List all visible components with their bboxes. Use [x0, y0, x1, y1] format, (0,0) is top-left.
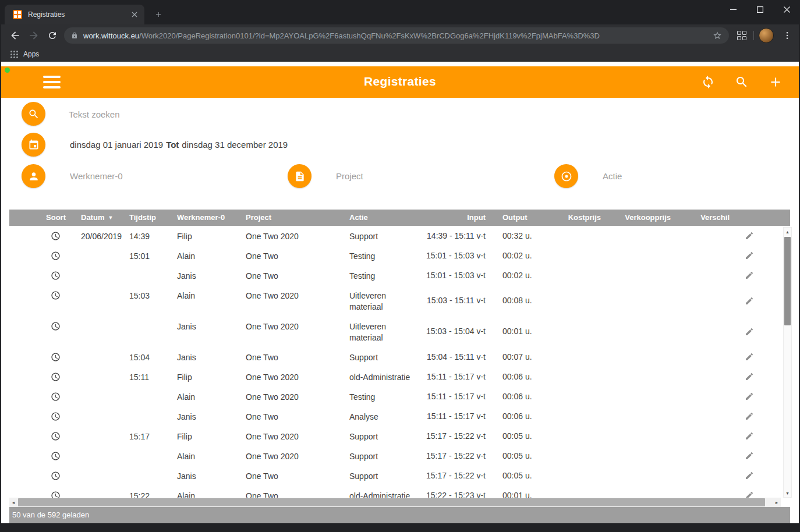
cell-project: One Two 2020: [243, 285, 347, 316]
scroll-up-icon[interactable]: ▲: [784, 228, 791, 236]
edit-row-button[interactable]: [745, 352, 754, 361]
cell-project: One Two 2020: [243, 367, 347, 386]
cell-actie: old-Administratie: [347, 367, 425, 386]
column-header-verschil[interactable]: Verschil: [675, 210, 734, 226]
project-filter-input[interactable]: [336, 164, 511, 188]
text-filter-search-icon[interactable]: [22, 102, 45, 126]
web-page: Registraties dinsdag 01 januari 2019 Tot…: [0, 62, 800, 532]
column-header-kostprijs[interactable]: Kostprijs: [550, 210, 606, 226]
horizontal-scrollbar[interactable]: ◄ ►: [9, 498, 781, 507]
vertical-scrollbar[interactable]: ▲ ▼: [783, 227, 792, 498]
edit-row-button[interactable]: [745, 471, 754, 480]
column-header-verkoopprijs[interactable]: Verkoopprijs: [606, 210, 675, 226]
cell-tijdstip: [127, 446, 175, 466]
browser-menu-icon[interactable]: [780, 29, 794, 42]
edit-row-button[interactable]: [745, 327, 754, 336]
scroll-left-icon[interactable]: ◄: [9, 498, 17, 507]
text-search-input[interactable]: [69, 104, 390, 125]
address-bar[interactable]: work.wittouck.eu/Work2020/PageRegistrati…: [64, 27, 729, 44]
browser-toolbar: work.wittouck.eu/Work2020/PageRegistrati…: [0, 24, 800, 47]
edit-row-button[interactable]: [745, 251, 754, 260]
scroll-right-icon[interactable]: ►: [773, 498, 781, 507]
edit-row-button[interactable]: [745, 271, 754, 280]
tab-strip: Registraties: [0, 0, 800, 24]
cell-verschil: [675, 246, 734, 265]
cell-project: One Two 2020: [243, 386, 347, 406]
search-icon[interactable]: [734, 74, 750, 90]
edit-row-button[interactable]: [745, 412, 754, 421]
cell-kostprijs: [550, 246, 606, 265]
table-row: 20/06/2019 14:39 Filip One Two 2020 Supp…: [9, 226, 790, 246]
column-header-actie[interactable]: Actie: [347, 210, 425, 226]
tab-close-icon[interactable]: [129, 9, 140, 20]
edit-row-button[interactable]: [745, 231, 754, 240]
date-range-filter[interactable]: dinsdag 01 januari 2019 Tot dinsdag 31 d…: [70, 133, 288, 157]
column-header-soort[interactable]: Soort: [9, 210, 79, 226]
edit-row-button[interactable]: [745, 296, 754, 306]
cell-tijdstip: [127, 316, 175, 347]
date-separator: Tot: [166, 140, 179, 150]
cell-output: 00:02 u.: [490, 265, 550, 285]
table-row: Alain One Two 2020 Support 15:17 - 15:22…: [9, 446, 790, 466]
employee-filter-person-icon[interactable]: [22, 164, 45, 188]
extension-icon[interactable]: [735, 29, 749, 42]
vertical-scroll-thumb[interactable]: [784, 237, 791, 325]
new-tab-button[interactable]: [150, 6, 167, 23]
edit-row-button[interactable]: [745, 372, 754, 381]
column-header-output[interactable]: Output: [490, 210, 550, 226]
minimize-button[interactable]: [720, 0, 746, 19]
cell-input: 15:03 - 15:04 v-t: [425, 316, 490, 347]
cell-verkoopprijs: [606, 226, 675, 246]
add-icon[interactable]: [767, 74, 784, 90]
cell-output: 00:07 u.: [490, 347, 550, 367]
cell-actie: old-Administratie: [347, 485, 425, 498]
edit-row-button[interactable]: [745, 451, 754, 460]
forward-button[interactable]: [27, 29, 41, 42]
edit-row-button[interactable]: [745, 431, 754, 441]
bookmark-star-icon[interactable]: [713, 31, 722, 40]
project-filter-document-icon[interactable]: [288, 164, 311, 188]
cell-tijdstip: 15:04: [127, 347, 175, 367]
column-header-werknemer[interactable]: Werknemer-0: [175, 210, 243, 226]
clock-icon: [51, 372, 61, 382]
apps-label[interactable]: Apps: [23, 50, 39, 58]
cell-kostprijs: [550, 466, 606, 485]
close-button[interactable]: [773, 0, 800, 19]
cell-input: 14:39 - 15:11 v-t: [425, 226, 490, 246]
column-header-project[interactable]: Project: [243, 210, 347, 226]
employee-filter-input[interactable]: [70, 164, 245, 188]
edit-row-button[interactable]: [745, 392, 754, 401]
maximize-button[interactable]: [746, 0, 773, 19]
column-header-datum[interactable]: Datum▼: [79, 210, 127, 226]
column-header-tijdstip[interactable]: Tijdstip: [127, 210, 175, 226]
cell-tijdstip: 15:03: [127, 285, 175, 316]
cell-verkoopprijs: [606, 265, 675, 285]
scroll-down-icon[interactable]: ▼: [784, 489, 791, 497]
back-button[interactable]: [8, 29, 22, 42]
cell-output: 00:02 u.: [490, 246, 550, 265]
action-filter-target-icon[interactable]: [554, 164, 578, 188]
cell-verschil: [675, 226, 734, 246]
date-filter-calendar-icon[interactable]: [22, 133, 45, 157]
cell-verkoopprijs: [606, 316, 675, 347]
table-row: Janis One Two Support 15:17 - 15:22 v-t …: [9, 466, 790, 485]
cell-actions: [734, 246, 790, 265]
action-filter-input[interactable]: [603, 164, 766, 188]
cell-werknemer: Janis: [175, 466, 243, 485]
https-lock-icon[interactable]: [71, 32, 78, 39]
edit-row-button[interactable]: [745, 491, 754, 498]
cell-verschil: [675, 285, 734, 316]
cell-datum: [79, 265, 127, 285]
cell-actie: Support: [347, 466, 425, 485]
reload-button[interactable]: [45, 29, 59, 42]
profile-avatar[interactable]: [759, 28, 774, 43]
column-header-input[interactable]: Input: [425, 210, 490, 226]
cell-actions: [734, 485, 790, 498]
cell-actie: Support: [347, 226, 425, 246]
sync-icon[interactable]: [700, 74, 716, 90]
cell-verschil: [675, 446, 734, 466]
horizontal-scroll-thumb[interactable]: [18, 498, 765, 506]
cell-werknemer: Janis: [175, 265, 243, 285]
browser-tab[interactable]: Registraties: [5, 5, 144, 24]
apps-grid-icon[interactable]: [10, 51, 18, 58]
